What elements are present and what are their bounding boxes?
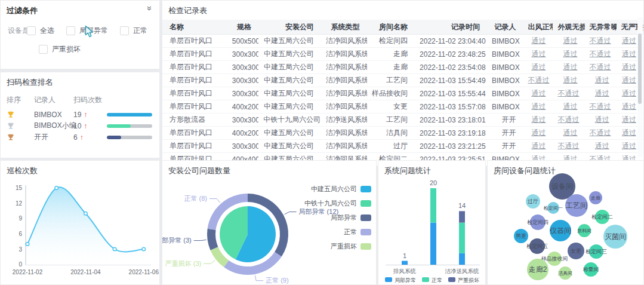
table-cell: 2022-11-03 23:19:18	[415, 129, 487, 137]
room-bubble[interactable]: 女更	[568, 243, 584, 259]
legend-item[interactable]: 正常	[344, 228, 371, 235]
pass-link[interactable]: 通过	[595, 115, 609, 124]
data-point-marker[interactable]	[84, 212, 88, 215]
data-point-marker[interactable]	[142, 247, 146, 251]
bar-segment[interactable]	[459, 211, 465, 222]
table-column-header: 房间名称	[367, 22, 415, 32]
room-bubble[interactable]: 男更	[514, 229, 528, 243]
line-chart-title: 巡检次数	[1, 161, 44, 177]
data-point-marker[interactable]	[26, 243, 29, 246]
pass-link[interactable]: 通过	[531, 50, 546, 58]
fail-link[interactable]: 不通过	[590, 36, 611, 45]
pass-link[interactable]: 通过	[563, 36, 578, 45]
fail-link[interactable]: 不通过	[590, 128, 611, 137]
pass-link[interactable]: 通过	[531, 115, 546, 124]
room-bubble[interactable]: 洁具间	[559, 266, 572, 280]
room-bubble[interactable]: 工艺间	[565, 194, 588, 217]
bar-segment[interactable]	[459, 223, 465, 253]
checkbox-box[interactable]	[27, 26, 36, 35]
patrol-line-chart: 036912152022-11-022022-11-042022-11-06	[1, 161, 159, 284]
fail-link[interactable]: 不通过	[557, 142, 579, 150]
fail-link[interactable]: 不通过	[557, 89, 579, 97]
room-bubble[interactable]: 检定间五	[529, 238, 545, 254]
bar-segment[interactable]	[402, 261, 408, 265]
label-leader-line	[194, 240, 207, 240]
bar-segment[interactable]	[430, 188, 436, 223]
pass-link[interactable]: 通过	[595, 142, 609, 150]
pass-link[interactable]: 通过	[622, 115, 636, 124]
pass-link[interactable]: 通过	[563, 76, 578, 84]
room-bubble[interactable]: 走廊	[589, 191, 602, 204]
checkbox-severe-damage[interactable]: 严重损坏	[39, 44, 81, 54]
trend-up-arrow-icon: ↑	[84, 111, 87, 119]
checkbox-select-all[interactable]: 全选	[27, 26, 54, 36]
bar-segment[interactable]	[459, 253, 465, 265]
data-point-marker[interactable]	[113, 247, 116, 251]
pass-link[interactable]: 通过	[622, 50, 636, 58]
checkbox-box[interactable]	[39, 45, 48, 54]
legend-item[interactable]: 局部异常	[385, 277, 416, 283]
room-bubble[interactable]: 原料间	[578, 224, 591, 237]
legend-item[interactable]: 局部异常	[331, 214, 371, 221]
chevron-double-down-icon[interactable]: »	[146, 6, 154, 11]
pass-link[interactable]: 通过	[563, 102, 578, 111]
table-cell: 通过	[553, 128, 584, 138]
filter-options-row1: 全选局部异常正常	[27, 26, 159, 36]
pass-link[interactable]: 通过	[563, 128, 578, 137]
fail-link[interactable]: 不通过	[590, 63, 611, 71]
room-bubble[interactable]: 样品接收间	[547, 252, 562, 266]
pass-link[interactable]: 通过	[531, 63, 546, 71]
pass-link[interactable]: 通过	[622, 128, 636, 137]
fail-link[interactable]: 不通过	[590, 50, 611, 58]
pass-link[interactable]: 通过	[595, 89, 609, 97]
pass-link[interactable]: 通过	[531, 128, 546, 137]
room-bubble[interactable]: 仪器间	[550, 220, 571, 241]
room-bubble[interactable]: 检定间四	[530, 214, 546, 230]
room-bubble[interactable]: 检定间二	[595, 210, 609, 224]
pass-link[interactable]: 通过	[595, 76, 609, 84]
table-cell: 2022-11-03 23:18:01	[415, 116, 487, 124]
ranking-row: BIMBOX小编10↑	[1, 120, 159, 131]
table-cell: BIMBOX	[487, 50, 523, 59]
room-bubble[interactable]: 过厅	[526, 194, 540, 209]
table-cell: 检定间四	[367, 36, 415, 46]
pass-link[interactable]: 通过	[563, 50, 578, 58]
fail-link[interactable]: 不通过	[528, 76, 549, 84]
pass-link[interactable]: 通过	[622, 36, 636, 45]
pass-link[interactable]: 通过	[622, 63, 636, 71]
fail-link[interactable]: 不通过	[590, 102, 611, 111]
company-problems-panel: 安装公司问题数量 局部异常 (12)正常 (9)严重损坏 (3)局部异常 (3)…	[162, 160, 377, 285]
line-area-fill	[27, 187, 144, 264]
y-tick-label: 6	[19, 231, 22, 237]
data-point-marker[interactable]	[55, 186, 58, 190]
pass-link[interactable]: 通过	[531, 142, 546, 150]
legend-item[interactable]: 严重损坏	[448, 277, 479, 283]
pass-link[interactable]: 通过	[531, 36, 546, 45]
checkbox-box[interactable]	[120, 26, 129, 35]
legend-item[interactable]: 正常	[422, 277, 442, 283]
pass-link[interactable]: 通过	[531, 89, 546, 97]
room-bubble[interactable]: 检定间一	[547, 202, 559, 214]
pass-link[interactable]: 通过	[622, 102, 636, 111]
room-bubble[interactable]: 检定间三	[589, 244, 603, 259]
fail-link[interactable]: 不通过	[557, 115, 579, 124]
checkbox-box[interactable]	[66, 26, 75, 35]
checkbox-partial-abnormal[interactable]: 局部异常	[66, 26, 108, 36]
outer-ring-segment[interactable]	[207, 229, 218, 250]
pass-link[interactable]: 通过	[622, 76, 636, 84]
scan-count: 19↑	[73, 111, 107, 119]
room-bubble[interactable]: 灭菌间	[603, 225, 627, 249]
pass-link[interactable]: 通过	[531, 102, 546, 111]
scrollbar-thumb[interactable]	[638, 33, 642, 104]
room-bubble[interactable]: 走廊2	[527, 259, 549, 280]
y-tick-label: 9	[19, 215, 22, 222]
legend-item[interactable]: 中铁十九局六公司	[304, 200, 371, 207]
pass-link[interactable]: 通过	[563, 63, 578, 71]
bar-segment[interactable]	[430, 223, 436, 265]
legend-item[interactable]: 严重损坏	[331, 243, 371, 250]
pass-link[interactable]: 通过	[622, 89, 636, 97]
checkbox-normal[interactable]: 正常	[120, 26, 147, 36]
pass-link[interactable]: 通过	[622, 142, 636, 150]
room-bubble[interactable]: 称量间	[584, 262, 598, 277]
legend-item[interactable]: 中建五局六公司	[311, 185, 371, 192]
